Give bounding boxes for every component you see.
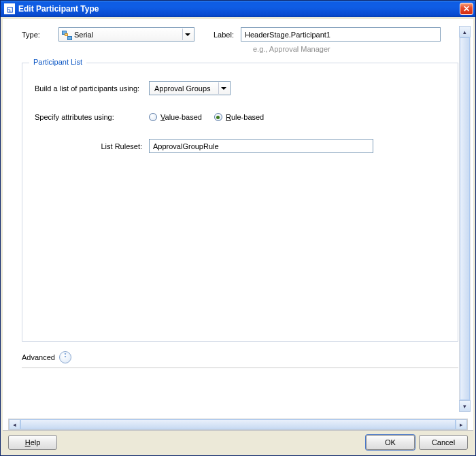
type-dropdown[interactable]: Serial (58, 27, 194, 42)
titlebar: ◱ Edit Participant Type ✕ (1, 1, 475, 17)
radio-icon (214, 113, 222, 121)
scroll-thumb[interactable] (20, 419, 456, 429)
scroll-up-button[interactable]: ▴ (459, 26, 471, 37)
vertical-scrollbar[interactable]: ▴ ▾ (459, 26, 471, 412)
participant-list-fieldset: Participant List Build a list of partici… (22, 63, 458, 342)
specify-row: Specify attributes using: Value-based Ru… (35, 113, 445, 121)
chevron-down-icon (218, 82, 228, 94)
body: Type: Serial Label: e.g., Approval Manag… (3, 19, 473, 416)
advanced-section: Advanced ˅˅ (22, 351, 458, 363)
scroll-track[interactable] (459, 37, 471, 400)
ok-button[interactable]: OK (366, 435, 415, 450)
label-hint: e.g., Approval Manager (253, 45, 458, 53)
ruleset-row: List Ruleset: (35, 139, 445, 153)
advanced-expand-button[interactable]: ˅˅ (59, 351, 71, 363)
ruleset-input[interactable] (149, 139, 373, 153)
cancel-button[interactable]: Cancel (419, 435, 468, 450)
chevron-down-icon (182, 29, 192, 40)
build-value: Approval Groups (151, 84, 218, 93)
button-bar: Help OK Cancel (3, 430, 473, 453)
type-label: Type: (22, 31, 54, 39)
value-based-label: Value-based (160, 113, 202, 121)
serial-icon (62, 30, 71, 39)
advanced-label: Advanced (22, 353, 55, 361)
top-row: Type: Serial Label: (22, 27, 458, 42)
window-title: Edit Participant Type (18, 4, 460, 14)
close-button[interactable]: ✕ (460, 3, 473, 15)
scroll-thumb[interactable] (460, 37, 470, 400)
help-button[interactable]: Help (8, 435, 57, 450)
ruleset-label: List Ruleset: (35, 142, 149, 150)
rule-based-radio[interactable]: Rule-based (214, 113, 264, 121)
label-input[interactable] (241, 27, 441, 42)
participant-list-legend: Participant List (29, 58, 86, 66)
horizontal-scrollbar[interactable]: ◂ ▸ (8, 419, 468, 430)
advanced-divider (22, 368, 458, 368)
scroll-left-button[interactable]: ◂ (9, 419, 20, 429)
value-based-radio[interactable]: Value-based (149, 113, 202, 121)
radio-icon (149, 113, 157, 121)
app-icon: ◱ (4, 3, 15, 14)
build-row: Build a list of participants using: Appr… (35, 81, 445, 95)
scroll-right-button[interactable]: ▸ (456, 419, 467, 429)
build-dropdown[interactable]: Approval Groups (149, 81, 231, 95)
scroll-track[interactable] (20, 419, 456, 429)
client-area: Type: Serial Label: e.g., Approval Manag… (3, 19, 473, 453)
close-icon: ✕ (463, 4, 470, 14)
scroll-down-button[interactable]: ▾ (459, 400, 471, 412)
rule-based-label: Rule-based (226, 113, 264, 121)
specify-label: Specify attributes using: (35, 113, 149, 121)
dialog-window: ◱ Edit Participant Type ✕ Type: Serial L… (0, 0, 476, 456)
build-label: Build a list of participants using: (35, 84, 149, 93)
chevron-double-down-icon: ˅˅ (64, 355, 67, 360)
label-label: Label: (214, 31, 234, 39)
type-value: Serial (74, 31, 182, 39)
